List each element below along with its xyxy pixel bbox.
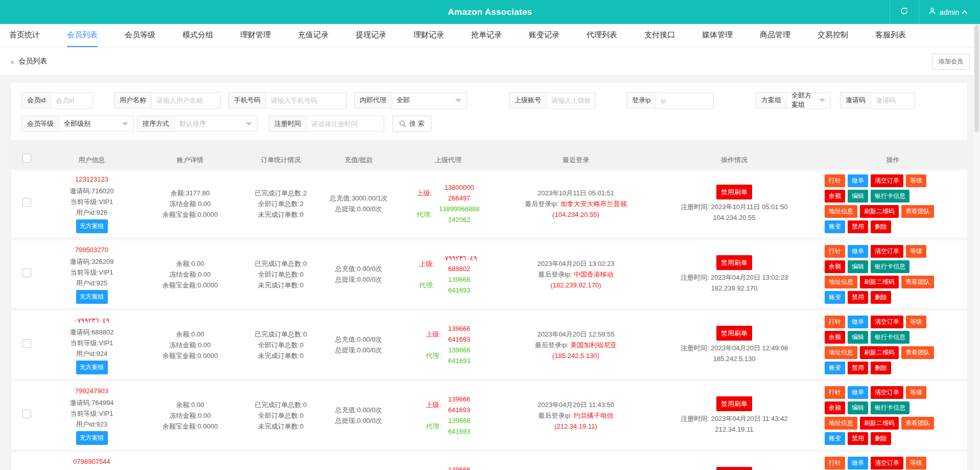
action-button[interactable]: 等级 — [906, 245, 926, 258]
row-checkbox[interactable] — [22, 198, 31, 207]
row-checkbox[interactable] — [22, 339, 31, 348]
add-member-button[interactable]: 添加会员 — [932, 54, 970, 70]
action-button[interactable]: 查看团队 — [901, 417, 934, 430]
filter-member-id-input[interactable] — [51, 93, 92, 108]
select-all-checkbox[interactable] — [22, 154, 31, 163]
filter-username-input[interactable] — [152, 93, 220, 108]
action-button[interactable]: 禁用 — [848, 362, 868, 374]
action-button[interactable]: 刷新二维码 — [860, 276, 899, 288]
action-button[interactable]: 账变 — [825, 432, 845, 445]
action-button[interactable]: 地址信息 — [825, 276, 857, 288]
search-button[interactable]: 搜 索 — [392, 116, 431, 132]
nav-tab-理财管理[interactable]: 理财管理 — [240, 24, 271, 47]
action-button[interactable]: 地址信息 — [825, 205, 857, 218]
nav-tab-支付接口[interactable]: 支付接口 — [644, 24, 675, 47]
ban-brushing-button[interactable]: 禁用刷单 — [716, 467, 752, 470]
action-button[interactable]: 打针 — [825, 386, 845, 399]
action-button[interactable]: 删除 — [871, 220, 891, 233]
action-button[interactable]: 做单 — [848, 245, 868, 258]
action-button[interactable]: 做单 — [848, 457, 868, 469]
action-button[interactable]: 做单 — [848, 386, 868, 399]
action-button[interactable]: 余额 — [825, 260, 845, 273]
nav-tab-会员列表[interactable]: 会员列表 — [67, 24, 98, 47]
filter-phone-input[interactable] — [266, 93, 346, 108]
action-button[interactable]: 禁用 — [848, 291, 868, 304]
action-button[interactable]: 余额 — [825, 331, 845, 344]
action-button[interactable]: 编辑 — [848, 260, 868, 273]
action-button[interactable]: 编辑 — [848, 401, 868, 414]
action-button[interactable]: 清空订单 — [871, 245, 903, 258]
action-button[interactable]: 清空订单 — [871, 386, 903, 399]
nav-tab-商品管理[interactable]: 商品管理 — [760, 24, 790, 47]
filter-sort-order-value[interactable]: 默认排序 — [175, 116, 246, 131]
nav-tab-提现记录[interactable]: 提现记录 — [356, 24, 386, 47]
action-button[interactable]: 等级 — [906, 174, 926, 187]
account-line: 冻结金额:0.00 — [142, 198, 239, 209]
action-button[interactable]: 账变 — [825, 291, 845, 304]
ban-brushing-button[interactable]: 禁用刷单 — [716, 255, 752, 270]
nav-tab-充值记录[interactable]: 充值记录 — [298, 24, 329, 47]
action-button[interactable]: 银行卡信息 — [871, 190, 909, 203]
action-button[interactable]: 删除 — [871, 362, 891, 374]
ban-brushing-button[interactable]: 禁用刷单 — [716, 185, 752, 199]
action-button[interactable]: 银行卡信息 — [871, 331, 909, 344]
action-button[interactable]: 银行卡信息 — [871, 401, 909, 414]
nav-tab-抢单记录[interactable]: 抢单记录 — [471, 24, 502, 47]
action-button[interactable]: 等级 — [906, 457, 926, 469]
action-button[interactable]: 禁用 — [848, 432, 868, 445]
action-button[interactable]: 清空订单 — [871, 316, 903, 328]
filter-plan-group-value[interactable]: 全部方案组 — [787, 93, 819, 108]
scrollbar-thumb[interactable] — [974, 25, 979, 132]
nav-tab-客服列表[interactable]: 客服列表 — [875, 24, 906, 47]
nav-tab-账变记录[interactable]: 账变记录 — [529, 24, 559, 47]
action-button[interactable]: 删除 — [871, 432, 891, 445]
filter-invite-code-input[interactable] — [871, 93, 915, 108]
action-button[interactable]: 余额 — [825, 401, 845, 414]
ban-brushing-button[interactable]: 禁用刷单 — [716, 396, 752, 411]
action-button[interactable]: 刷新二维码 — [860, 417, 899, 430]
page-scrollbar[interactable] — [973, 24, 980, 470]
filter-reg-time-input[interactable] — [307, 116, 384, 131]
action-button[interactable]: 清空订单 — [871, 457, 903, 469]
action-button[interactable]: 地址信息 — [825, 346, 857, 359]
refresh-button[interactable] — [890, 0, 919, 24]
action-button[interactable]: 清空订单 — [871, 174, 903, 187]
filter-login-ip-input[interactable] — [656, 93, 713, 108]
nav-tab-会员等级[interactable]: 会员等级 — [125, 24, 155, 47]
action-button[interactable]: 等级 — [906, 316, 926, 328]
action-button[interactable]: 银行卡信息 — [871, 260, 909, 273]
filter-parent-account-input[interactable] — [547, 93, 595, 108]
filter-member-level-value[interactable]: 全部级别 — [59, 116, 122, 131]
user-menu[interactable]: admin — [919, 7, 980, 17]
action-button[interactable]: 账变 — [825, 220, 845, 233]
row-checkbox[interactable] — [22, 410, 31, 418]
action-button[interactable]: 地址信息 — [825, 417, 857, 430]
action-button[interactable]: 做单 — [848, 174, 868, 187]
action-button[interactable]: 编辑 — [848, 331, 868, 344]
action-button[interactable]: 打针 — [825, 316, 845, 328]
action-button[interactable]: 编辑 — [848, 190, 868, 203]
action-button[interactable]: 打针 — [825, 457, 845, 469]
action-button[interactable]: 刷新二维码 — [860, 205, 899, 218]
nav-tab-媒体管理[interactable]: 媒体管理 — [702, 24, 733, 47]
nav-tab-首页统计[interactable]: 首页统计 — [9, 24, 40, 47]
action-button[interactable]: 查看团队 — [901, 276, 934, 288]
action-button[interactable]: 查看团队 — [901, 346, 934, 359]
action-button[interactable]: 余额 — [825, 190, 845, 203]
nav-tab-交易控制[interactable]: 交易控制 — [818, 24, 848, 47]
ban-brushing-button[interactable]: 禁用刷单 — [716, 326, 752, 341]
action-button[interactable]: 账变 — [825, 362, 845, 374]
nav-tab-模式分组[interactable]: 模式分组 — [182, 24, 213, 47]
filter-internal-agent-value[interactable]: 全部 — [392, 93, 455, 108]
action-button[interactable]: 删除 — [871, 291, 891, 304]
action-button[interactable]: 等级 — [906, 386, 926, 399]
row-checkbox[interactable] — [22, 268, 31, 277]
action-button[interactable]: 刷新二维码 — [860, 346, 899, 359]
action-button[interactable]: 打针 — [825, 245, 845, 258]
action-button[interactable]: 做单 — [848, 316, 868, 328]
action-button[interactable]: 禁用 — [848, 220, 868, 233]
action-button[interactable]: 查看团队 — [901, 205, 934, 218]
action-button[interactable]: 打针 — [825, 174, 845, 187]
nav-tab-理财记录[interactable]: 理财记录 — [413, 24, 444, 47]
nav-tab-代理列表[interactable]: 代理列表 — [587, 24, 617, 47]
